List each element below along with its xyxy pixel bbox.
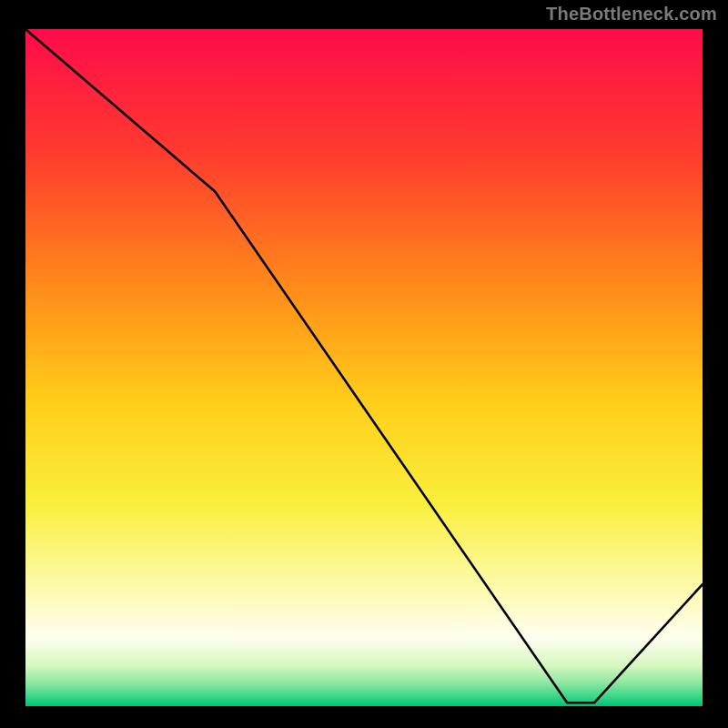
bottleneck-curve-line — [25, 29, 703, 703]
plot-frame — [22, 25, 706, 710]
chart-stage: TheBottleneck.com — [0, 0, 728, 728]
plot-line-layer — [25, 29, 703, 706]
watermark-text: TheBottleneck.com — [546, 4, 717, 25]
